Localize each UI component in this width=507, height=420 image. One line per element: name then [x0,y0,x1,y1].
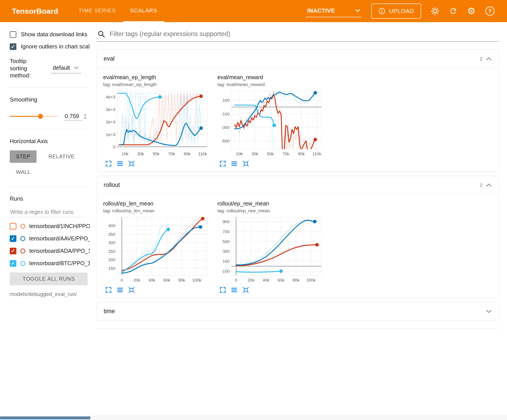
tab-time-series[interactable]: TIME SERIES [71,0,123,22]
horizontal-axis-label: Horizontal Axis [10,138,90,145]
help-icon: ? [485,7,495,16]
smoothing-slider[interactable] [10,113,58,120]
svg-text:100k: 100k [306,278,316,282]
run-row-btc[interactable]: tensorboard/BTC/PPO_1 [10,260,90,267]
smoothing-slider-fill [10,116,41,117]
svg-text:100: 100 [223,259,230,264]
ignore-outliers-checkbox[interactable] [10,43,16,50]
axis-wall-button[interactable]: WALL [10,166,37,178]
axis-relative-button[interactable]: RELATIVE [42,150,81,163]
run-color-dot [20,224,25,229]
fit-domain-icon [128,286,135,294]
upload-label: UPLOAD [389,8,414,15]
chart-plot[interactable]: -100100300500700900020k40k60k80k100k [218,216,324,284]
run-color-dot [20,248,25,254]
chevron-down-icon[interactable] [486,310,492,313]
upload-button[interactable]: UPLOAD [371,4,421,19]
data-download-button[interactable] [230,160,238,168]
tooltip-sorting-value: default [53,64,70,71]
svg-text:10k: 10k [236,151,243,156]
chart-plot[interactable]: 150200250300350400020k40k60k80k100k [103,216,210,284]
run-label: tensorboard/BTC/PPO_1 [29,260,90,267]
chart-actions [103,160,212,168]
svg-text:350: 350 [108,232,115,237]
chart-plot[interactable]: 100-100-300-50010k30k50k70k90k110k [218,89,324,158]
svg-text:300: 300 [223,249,230,254]
expand-chart-button[interactable] [105,286,113,294]
svg-text:900: 900 [223,219,230,224]
help-button[interactable]: ? [485,7,495,16]
svg-text:-300: -300 [221,125,230,130]
svg-text:30k: 30k [252,151,258,156]
fit-domain-button[interactable] [127,160,135,168]
svg-text:0: 0 [121,278,123,282]
data-lines-icon [231,160,238,167]
svg-text:250: 250 [108,249,115,254]
expand-chart-button[interactable] [219,286,227,294]
svg-text:80k: 80k [293,278,300,282]
smoothing-stepper[interactable]: ▲▼ [84,113,87,119]
svg-text:2e+3: 2e+3 [106,120,115,124]
section-title: rollout [104,182,120,188]
show-download-links-checkbox[interactable] [10,31,16,38]
fit-domain-button[interactable] [127,286,135,294]
svg-text:100: 100 [223,98,230,103]
expand-chart-button[interactable] [105,160,113,168]
run-checkbox[interactable] [10,235,16,242]
fit-domain-button[interactable] [242,286,250,294]
chart-canvas[interactable]: 150200250300350400020k40k60k80k100k [103,216,210,284]
run-row-ada[interactable]: tensorboard/ADA/PPO_1 [10,248,90,254]
smoothing-label: Smoothing [10,96,90,103]
data-download-button[interactable] [230,286,238,294]
brightness-toggle-button[interactable] [431,7,439,15]
run-checkbox[interactable] [10,223,16,230]
svg-text:0: 0 [113,145,115,149]
run-row-1inch[interactable]: tensorboard/1INCH/PPO_1 [10,223,90,230]
svg-text:70k: 70k [282,151,289,156]
svg-text:110k: 110k [312,151,321,156]
dashboard-main: eval 2 eval/mean_ep_length tag: eval/mea… [90,22,507,420]
runs-filter-input[interactable] [10,207,81,217]
chart-canvas[interactable]: 100-100-300-50010k30k50k70k90k110k [218,89,324,158]
app-header: TensorBoard TIME SERIES SCALARS INACTIVE… [0,0,507,22]
chart-canvas[interactable]: 01e+32e+33e+34e+310k30k50k70k90k110k [103,89,210,158]
svg-text:50k: 50k [267,151,274,156]
axis-step-button[interactable]: STEP [10,150,36,163]
settings-button[interactable]: ⚙ [467,7,476,16]
gear-icon: ⚙ [467,7,476,16]
svg-text:4e+3: 4e+3 [106,95,115,99]
runs-label: Runs [10,195,90,202]
tooltip-sorting-select[interactable]: default [51,63,81,73]
horizontal-scrollbar-thumb[interactable] [0,416,90,419]
section-eval-header[interactable]: eval 2 [97,50,498,68]
run-checkbox[interactable] [10,260,16,267]
run-row-aave[interactable]: tensorboard/AAVE/PPO_1 [10,235,90,242]
data-download-button[interactable] [116,286,124,294]
toggle-all-runs-button[interactable]: TOGGLE ALL RUNS [10,272,88,285]
section-count: 2 [480,56,482,62]
fit-domain-button[interactable] [242,160,250,168]
chart-card-rollout-ep-len-mean: rollout/ep_len_mean tag: rollout/ep_len_… [103,200,212,294]
chevron-down-icon [74,67,78,69]
smoothing-slider-thumb[interactable] [38,114,43,119]
svg-text:1e+3: 1e+3 [106,132,115,137]
chevron-up-icon[interactable] [486,183,492,187]
expand-chart-button[interactable] [219,160,227,168]
chart-plot[interactable]: 01e+32e+33e+34e+310k30k50k70k90k110k [103,89,210,158]
tab-scalars[interactable]: SCALARS [123,0,164,22]
fit-domain-icon [128,160,135,167]
chart-canvas[interactable]: -100100300500700900020k40k60k80k100k [218,216,324,284]
svg-text:40k: 40k [263,278,269,282]
section-count: 2 [480,182,482,188]
app-logo[interactable]: TensorBoard [12,0,58,22]
chevron-up-icon[interactable] [486,57,492,61]
run-checkbox[interactable] [10,248,16,254]
section-rollout-header[interactable]: rollout 2 [97,176,498,194]
smoothing-value-input[interactable] [64,112,82,121]
section-time-header[interactable]: time [97,302,498,320]
tag-filter-input[interactable] [109,30,498,38]
status-dropdown[interactable]: INACTIVE [306,5,362,17]
data-download-button[interactable] [116,160,124,168]
refresh-button[interactable] [449,7,458,15]
run-label: tensorboard/ADA/PPO_1 [29,248,90,254]
